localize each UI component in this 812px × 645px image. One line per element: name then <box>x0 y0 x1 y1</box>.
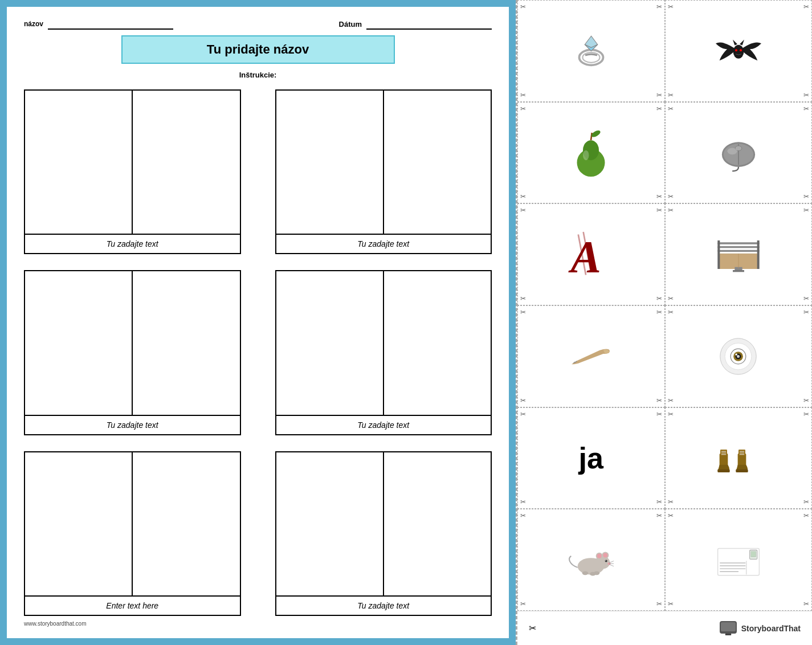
bat-clipart <box>716 32 761 70</box>
scissors-icon-tr9: ✂ <box>656 410 662 418</box>
card-4: Tu zadajte text <box>275 270 492 435</box>
card-3-image-right <box>133 271 239 414</box>
sidebar-cell-postcard: ✂ ✂ ✂ ✂ <box>665 509 813 611</box>
worksheet: názov Dátum Tu pridajte názov Inštrukcie… <box>0 0 516 645</box>
card-2-image-right <box>384 91 491 234</box>
svg-rect-71 <box>751 552 756 557</box>
scissors-icon-tl2: ✂ <box>668 3 674 11</box>
svg-rect-26 <box>717 240 720 269</box>
computer-mouse-clipart <box>716 131 761 174</box>
card-4-image-right <box>384 271 491 414</box>
scissors-icon-tl8: ✂ <box>668 308 674 316</box>
sidebar: ✂ ✂ ✂ ✂ ✂ ✂ <box>516 0 812 645</box>
svg-rect-80 <box>725 634 731 635</box>
card-5-images <box>25 452 240 597</box>
scissors-icon-bl2: ✂ <box>668 91 674 99</box>
svg-rect-24 <box>717 246 759 248</box>
card-6-text[interactable]: Tu zadajte text <box>276 597 491 615</box>
scissors-icon-tl9: ✂ <box>520 410 526 418</box>
name-line: názov <box>24 18 173 30</box>
scissors-icon-tr12: ✂ <box>803 512 809 520</box>
sidebar-grid: ✂ ✂ ✂ ✂ ✂ ✂ <box>517 0 812 611</box>
worksheet-inner: názov Dátum Tu pridajte názov Inštrukcie… <box>7 7 509 638</box>
sidebar-cell-bat: ✂ ✂ ✂ ✂ <box>665 0 813 102</box>
website-text: www.storyboardthat.com <box>24 620 87 627</box>
svg-rect-43 <box>717 470 729 472</box>
card-2-text[interactable]: Tu zadajte text <box>276 235 491 253</box>
card-5: Enter text here <box>24 451 241 616</box>
scissors-icon-br3: ✂ <box>656 193 662 201</box>
svg-marker-6 <box>740 39 744 45</box>
sidebar-cell-boots: ✂ ✂ <box>665 407 813 509</box>
card-6-image-right <box>384 452 491 595</box>
scissors-icon-tr: ✂ <box>656 3 662 11</box>
scissors-icon-br4: ✂ <box>803 193 809 201</box>
svg-rect-48 <box>737 454 746 467</box>
svg-point-13 <box>583 150 589 161</box>
sidebar-cell-boxing-ring: ✂ ✂ <box>665 203 813 305</box>
card-1-images <box>25 91 240 235</box>
scissors-icon-br5: ✂ <box>656 295 662 303</box>
svg-point-8 <box>740 49 742 51</box>
scissors-icon-bl10: ✂ <box>668 498 674 506</box>
scissors-icon-tl6: ✂ <box>668 206 674 214</box>
scissors-icon-bl: ✂ <box>520 91 526 99</box>
sidebar-cell-baseball-bat: ✂ ✂ ✂ ✂ <box>517 305 665 407</box>
card-3-images <box>25 271 240 415</box>
scissors-icon-tr2: ✂ <box>803 3 809 11</box>
title-text: Tu pridajte názov <box>207 42 309 56</box>
card-5-text[interactable]: Enter text here <box>25 597 240 615</box>
svg-line-11 <box>591 133 592 140</box>
card-4-image-left <box>276 271 384 414</box>
sidebar-cell-cd: ✂ ✂ ✂ ✂ <box>665 305 813 407</box>
svg-point-68 <box>594 571 600 575</box>
svg-point-18 <box>727 148 737 155</box>
scissors-icon-tl5: ✂ <box>520 206 526 214</box>
scissors-icon-br9: ✂ <box>656 498 662 506</box>
scissors-icon-bl11: ✂ <box>520 600 526 608</box>
scissors-icon-br: ✂ <box>656 91 662 99</box>
card-1-text[interactable]: Tu zadajte text <box>25 235 240 253</box>
scissors-icon-tr5: ✂ <box>656 206 662 214</box>
sidebar-cell-pear: ✂ ✂ ✂ ✂ <box>517 102 665 204</box>
pear-clipart <box>571 130 611 175</box>
card-4-images <box>276 271 491 415</box>
sidebar-cell-ja: ✂ ✂ ja ✂ ✂ <box>517 407 665 509</box>
card-3-text[interactable]: Tu zadajte text <box>25 416 240 434</box>
svg-rect-78 <box>721 622 736 631</box>
scissors-icon-bl3: ✂ <box>520 193 526 201</box>
scissors-icon-tl10: ✂ <box>668 410 674 418</box>
svg-rect-27 <box>757 240 759 269</box>
name-underline <box>48 18 173 30</box>
svg-rect-23 <box>717 250 759 251</box>
scissors-icon-bl6: ✂ <box>668 295 674 303</box>
sidebar-bottom: ✂ StoryboardThat <box>517 611 812 645</box>
svg-point-41 <box>737 355 740 358</box>
boxing-ring-clipart <box>716 235 761 275</box>
scissors-icon-tr10: ✂ <box>803 410 809 418</box>
svg-point-40 <box>736 353 737 355</box>
cd-eye-clipart <box>717 335 760 378</box>
scissors-icon-tl: ✂ <box>520 3 526 11</box>
cards-grid: Tu zadajte text Tu zadajte text Tu zadaj… <box>24 89 492 616</box>
card-6: Tu zadajte text <box>275 451 492 616</box>
svg-point-61 <box>606 560 606 561</box>
card-4-text[interactable]: Tu zadajte text <box>276 416 491 434</box>
scissors-icon-br7: ✂ <box>656 397 662 405</box>
scissors-icon-br10: ✂ <box>803 498 809 506</box>
svg-point-57 <box>597 554 602 558</box>
header-row: názov Dátum <box>24 18 492 30</box>
card-1-image-right <box>133 91 239 234</box>
card-5-image-right <box>133 452 239 595</box>
scissors-icon-tl12: ✂ <box>668 512 674 520</box>
scissors-icon-tr8: ✂ <box>803 308 809 316</box>
scissors-icon-bl7: ✂ <box>520 397 526 405</box>
svg-line-65 <box>609 565 614 566</box>
card-3-image-left <box>25 271 133 414</box>
title-box[interactable]: Tu pridajte názov <box>121 35 395 64</box>
sidebar-cell-ring: ✂ ✂ ✂ ✂ <box>517 0 665 102</box>
scissors-icon-tl3: ✂ <box>520 105 526 113</box>
letter-a-clipart: A <box>568 232 614 277</box>
card-1: Tu zadajte text <box>24 89 241 254</box>
scissors-icon-tl4: ✂ <box>668 105 674 113</box>
